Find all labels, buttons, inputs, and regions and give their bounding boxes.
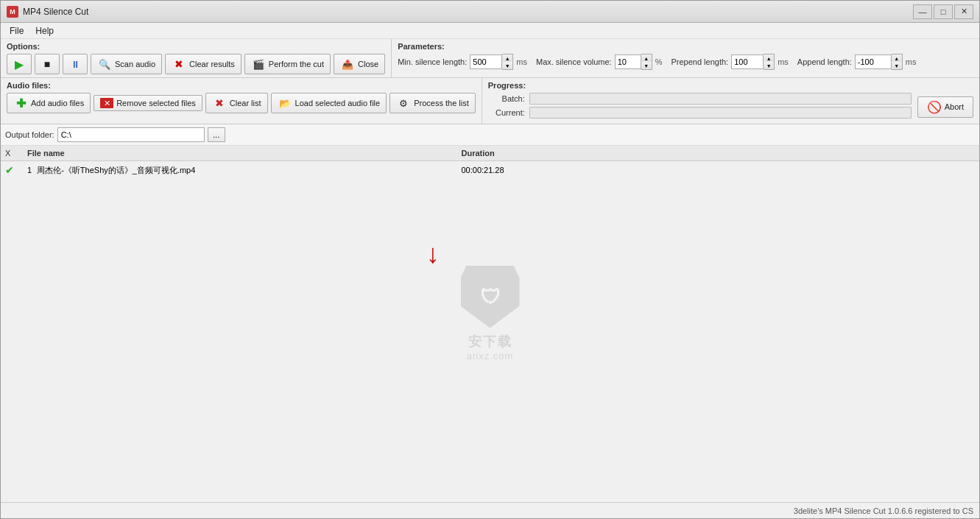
prepend-input[interactable] <box>731 54 764 69</box>
append-up[interactable]: ▲ <box>892 54 902 62</box>
row-name: 周杰伦-《听TheShy的话》_音频可视化.mp4 <box>37 166 195 174</box>
abort-label: Abort <box>945 102 964 111</box>
audio-files-section: Audio files: ✚ Add audio files ✕ Remove … <box>1 78 482 124</box>
min-silence-input[interactable] <box>470 54 502 69</box>
remove-selected-label: Remove selected files <box>116 99 196 107</box>
process-icon: ⚙ <box>396 96 411 110</box>
status-bar: 3delite's MP4 Silence Cut 1.0.6.6 regist… <box>1 502 979 518</box>
pause-icon: ⏸ <box>68 57 82 71</box>
stop-button[interactable]: ■ <box>35 54 60 74</box>
minimize-button[interactable]: — <box>913 4 932 19</box>
perform-cut-label: Perform the cut <box>269 60 324 68</box>
min-silence-spinner: ▲ ▼ <box>470 54 513 70</box>
app-icon: M <box>7 6 18 18</box>
prepend-up[interactable]: ▲ <box>764 54 774 62</box>
progress-section: Progress: Batch: Current: <box>482 78 979 124</box>
max-silence-up[interactable]: ▲ <box>641 54 652 62</box>
menu-help[interactable]: Help <box>29 24 60 38</box>
max-silence-spinner: ▲ ▼ <box>615 54 652 70</box>
file-table: X File name Duration ✔ 1 周杰伦-《听TheShy的话》… <box>1 146 979 180</box>
options-toolbar-row: ▶ ■ ⏸ 🔍 Scan audio ✖ Clear resu <box>7 54 385 74</box>
process-list-button[interactable]: ⚙ Process the list <box>389 93 476 113</box>
file-area: ↓ Output folder: ... X File name Duratio… <box>1 124 979 502</box>
row-filename: 1 周杰伦-《听TheShy的话》_音频可视化.mp4 <box>23 163 457 177</box>
append-spinner-btns: ▲ ▼ <box>892 54 903 70</box>
max-silence-down[interactable]: ▼ <box>641 62 652 69</box>
min-silence-down[interactable]: ▼ <box>502 62 512 69</box>
append-unit: ms <box>906 57 917 66</box>
scan-icon: 🔍 <box>97 57 112 71</box>
append-input[interactable] <box>855 54 892 69</box>
output-folder-input[interactable] <box>57 127 205 142</box>
max-silence-group: Max. silence volume: ▲ ▼ % <box>536 54 663 70</box>
batch-progress-row: Batch: <box>488 93 912 105</box>
play-button[interactable]: ▶ <box>7 54 32 74</box>
table-row[interactable]: ✔ 1 周杰伦-《听TheShy的话》_音频可视化.mp4 00:00:21.2… <box>1 161 979 180</box>
min-silence-group: Min. silence length: ▲ ▼ ms <box>398 54 527 70</box>
stop-icon: ■ <box>40 57 54 71</box>
min-silence-unit: ms <box>516 57 527 66</box>
close-app-icon: 📤 <box>340 57 355 71</box>
current-progress-bar <box>529 107 912 119</box>
prepend-spinner: ▲ ▼ <box>731 54 775 70</box>
params-section: Parameters: Min. silence length: ▲ ▼ ms <box>392 39 979 77</box>
process-list-label: Process the list <box>414 99 469 107</box>
maximize-button[interactable]: □ <box>934 4 953 19</box>
perform-cut-button[interactable]: 🎬 Perform the cut <box>244 54 331 74</box>
load-audio-button[interactable]: 📂 Load selected audio file <box>271 93 387 113</box>
min-silence-label: Min. silence length: <box>398 57 467 66</box>
load-audio-label: Load selected audio file <box>295 99 381 107</box>
clear-results-button[interactable]: ✖ Clear results <box>165 54 242 74</box>
abort-icon: 🚫 <box>927 100 942 114</box>
params-label: Parameters: <box>398 42 973 51</box>
scan-audio-label: Scan audio <box>115 60 155 68</box>
options-label: Options: <box>7 42 385 51</box>
window-close-button[interactable]: ✕ <box>954 4 973 19</box>
col-header-name: File name <box>23 147 457 159</box>
menu-file[interactable]: File <box>4 24 29 38</box>
title-bar-left: M MP4 Silence Cut <box>7 6 88 18</box>
min-silence-spinner-btns: ▲ ▼ <box>502 54 513 70</box>
add-icon: ✚ <box>13 96 28 110</box>
min-silence-up[interactable]: ▲ <box>502 54 512 62</box>
check-icon: ✔ <box>5 164 14 176</box>
close-app-button[interactable]: 📤 Close <box>334 54 385 74</box>
title-bar: M MP4 Silence Cut — □ ✕ <box>1 1 979 23</box>
clear-list-button[interactable]: ✖ Clear list <box>205 93 268 113</box>
col-header-duration: Duration <box>457 147 546 159</box>
browse-button[interactable]: ... <box>208 127 225 142</box>
max-silence-input[interactable] <box>615 54 641 69</box>
append-group: Append length: ▲ ▼ ms <box>797 54 917 70</box>
clear-results-label: Clear results <box>189 60 235 68</box>
output-folder-row: Output folder: ... <box>1 124 979 146</box>
prepend-label: Prepend length: <box>671 57 728 66</box>
remove-icon: ✕ <box>100 98 113 108</box>
row-extra <box>546 169 980 172</box>
audio-progress-toolbar: Audio files: ✚ Add audio files ✕ Remove … <box>1 78 979 124</box>
scan-audio-button[interactable]: 🔍 Scan audio <box>91 54 162 74</box>
prepend-down[interactable]: ▼ <box>764 62 774 69</box>
progress-bars: Batch: Current: <box>488 93 912 121</box>
play-icon: ▶ <box>12 57 27 71</box>
params-row: Min. silence length: ▲ ▼ ms Max. silence… <box>398 54 973 70</box>
remove-selected-button[interactable]: ✕ Remove selected files <box>94 95 202 111</box>
load-icon: 📂 <box>278 96 292 110</box>
row-duration: 00:00:21.28 <box>457 164 546 176</box>
output-folder-label: Output folder: <box>5 130 54 139</box>
current-label: Current: <box>488 108 525 117</box>
append-label: Append length: <box>797 57 852 66</box>
row-index: 1 <box>27 166 32 174</box>
arrow-indicator: ↓ <box>426 239 440 269</box>
abort-button[interactable]: 🚫 Abort <box>917 96 973 118</box>
top-toolbar: Options: ▶ ■ ⏸ 🔍 Scan audio <box>1 39 979 78</box>
pause-button[interactable]: ⏸ <box>63 54 88 74</box>
status-text: 3delite's MP4 Silence Cut 1.0.6.6 regist… <box>794 506 973 515</box>
col-header-extra <box>546 147 980 159</box>
max-silence-unit: % <box>655 57 663 66</box>
audio-files-label: Audio files: <box>7 81 476 90</box>
window-title: MP4 Silence Cut <box>23 7 88 17</box>
options-section: Options: ▶ ■ ⏸ 🔍 Scan audio <box>1 39 392 77</box>
append-down[interactable]: ▼ <box>892 62 902 69</box>
add-audio-files-button[interactable]: ✚ Add audio files <box>7 93 91 113</box>
append-spinner: ▲ ▼ <box>855 54 903 70</box>
